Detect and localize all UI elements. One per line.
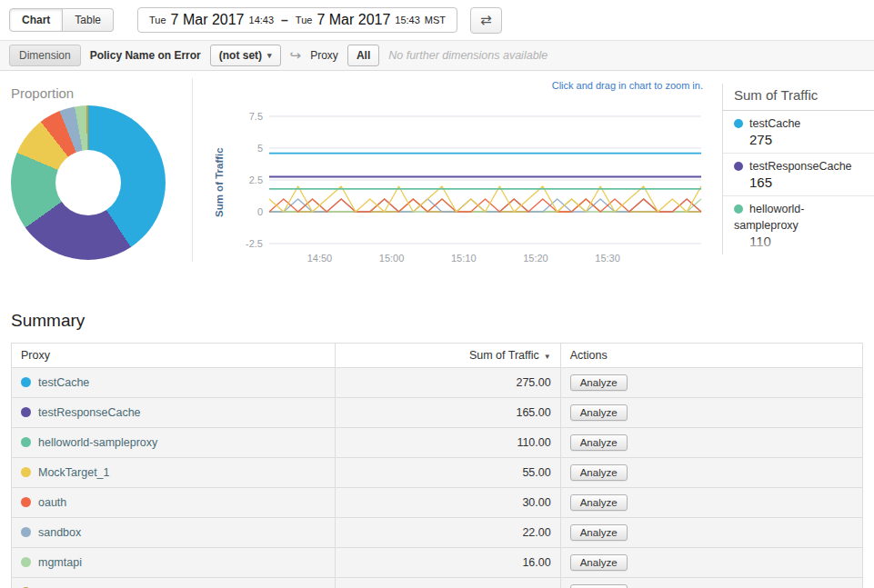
caret-down-icon: ▾ — [267, 51, 272, 60]
table-row: MockTarget_23.00Analyze — [12, 578, 863, 588]
end-date: 7 Mar 2017 — [316, 12, 390, 28]
table-row: helloworld-sampleproxy110.00Analyze — [12, 428, 863, 458]
series-line-oauth — [269, 199, 701, 212]
dimension-name: Policy Name on Error — [90, 49, 201, 62]
series-color-dot — [21, 467, 31, 477]
proxy-name: sandbox — [38, 526, 81, 539]
actions-cell: Analyze — [560, 548, 862, 578]
dimension-label: Dimension — [9, 45, 81, 66]
summary-table: Proxy Sum of Traffic▼ Actions testCache2… — [11, 343, 863, 588]
analyze-button[interactable]: Analyze — [570, 494, 628, 511]
x-tick-label: 15:30 — [595, 253, 620, 264]
analytics-dashboard: Chart Table Tue 7 Mar 2017 14:43 – Tue 7… — [0, 0, 874, 588]
analyze-button[interactable]: Analyze — [570, 554, 628, 571]
refresh-icon: ⇄ — [480, 12, 492, 27]
proxy-filter-button[interactable]: All — [347, 45, 379, 66]
chart-view-button[interactable]: Chart — [9, 8, 63, 32]
proxy-name: testResponseCache — [38, 406, 141, 419]
end-time: 15:43 — [395, 15, 420, 25]
start-time: 14:43 — [249, 15, 275, 25]
y-tick-label: 7.5 — [249, 111, 263, 122]
traffic-value-cell: 110.00 — [335, 428, 560, 458]
legend-title: Sum of Traffic — [723, 84, 874, 111]
date-range-picker[interactable]: Tue 7 Mar 2017 14:43 – Tue 7 Mar 2017 15… — [137, 7, 457, 33]
legend-series-name: testCache — [749, 117, 800, 130]
y-tick-label: 0 — [257, 206, 263, 217]
proxy-name: helloworld-sampleproxy — [38, 436, 157, 449]
analyze-button[interactable]: Analyze — [570, 464, 628, 481]
panel-divider — [192, 78, 193, 262]
traffic-value-cell: 55.00 — [335, 458, 560, 488]
analyze-button[interactable]: Analyze — [570, 374, 628, 391]
traffic-value-cell: 22.00 — [335, 518, 560, 548]
proxy-filter-value: All — [357, 49, 370, 62]
start-day: Tue — [149, 15, 166, 25]
refresh-button[interactable]: ⇄ — [470, 7, 502, 34]
series-color-dot — [734, 119, 743, 128]
dimension-selected-value: (not set) — [219, 49, 262, 62]
date-range-separator: – — [281, 13, 288, 27]
no-more-dimensions-text: No further dimensions available — [388, 49, 548, 62]
end-day: Tue — [296, 15, 313, 25]
actions-cell: Analyze — [560, 368, 862, 398]
y-axis-label: Sum of Traffic — [212, 116, 226, 248]
proxy-cell: sandbox — [12, 518, 336, 548]
traffic-value-cell: 275.00 — [335, 368, 560, 398]
traffic-value-cell: 30.00 — [335, 488, 560, 518]
proxy-cell: oauth — [12, 488, 336, 518]
proxy-cell: testCache — [12, 368, 336, 398]
proxy-dimension-label: Proxy — [310, 49, 338, 62]
x-tick-label: 15:10 — [451, 253, 477, 264]
column-header-traffic-label: Sum of Traffic — [469, 349, 539, 362]
start-date: 7 Mar 2017 — [171, 12, 245, 28]
column-header-proxy[interactable]: Proxy — [12, 344, 336, 368]
proxy-name: oauth — [38, 496, 66, 509]
proxy-name: testCache — [38, 376, 89, 389]
legend-item[interactable]: helloworld-sampleproxy110 — [723, 196, 874, 254]
proxy-cell: testResponseCache — [12, 398, 336, 428]
proxy-cell: MockTarget_2 — [12, 578, 336, 588]
summary-section: Summary Proxy Sum of Traffic▼ Actions te… — [11, 311, 863, 588]
table-view-button[interactable]: Table — [63, 8, 114, 32]
chart-section: Proportion Sum of Traffic 7.552.50-2.514… — [0, 71, 874, 289]
x-tick-label: 15:20 — [523, 253, 548, 264]
series-color-dot — [21, 437, 31, 447]
timezone-label: MST — [425, 15, 446, 25]
actions-cell: Analyze — [560, 398, 862, 428]
actions-cell: Analyze — [560, 578, 862, 588]
series-color-dot — [21, 557, 31, 567]
legend-item[interactable]: testCache275 — [723, 111, 874, 154]
proportion-donut-chart[interactable] — [11, 105, 166, 260]
legend-series-value: 275 — [749, 132, 863, 147]
legend-items: testCache275testResponseCache165hellowor… — [723, 111, 874, 254]
proxy-cell: helloworld-sampleproxy — [12, 428, 336, 458]
proxy-cell: mgmtapi — [12, 548, 336, 578]
table-row: oauth30.00Analyze — [12, 488, 863, 518]
traffic-line-chart[interactable]: 7.552.50-2.514:5015:0015:1015:2015:30 — [233, 105, 710, 278]
y-tick-label: 2.5 — [249, 174, 263, 185]
analyze-button[interactable]: Analyze — [570, 434, 628, 451]
traffic-value-cell: 16.00 — [335, 548, 560, 578]
legend-item[interactable]: testResponseCache165 — [723, 154, 874, 196]
actions-cell: Analyze — [560, 488, 862, 518]
legend-series-name: testResponseCache — [749, 160, 852, 173]
donut-hole — [55, 150, 121, 215]
proxy-name: MockTarget_1 — [38, 466, 110, 479]
column-header-traffic[interactable]: Sum of Traffic▼ — [335, 344, 560, 368]
y-tick-label: -2.5 — [246, 238, 263, 249]
traffic-value-cell: 165.00 — [335, 398, 560, 428]
table-row: sandbox22.00Analyze — [12, 518, 863, 548]
dimension-value-dropdown[interactable]: (not set) ▾ — [210, 45, 281, 66]
analyze-button[interactable]: Analyze — [570, 404, 628, 421]
dimension-bar: Dimension Policy Name on Error (not set)… — [0, 40, 874, 71]
analyze-button[interactable]: Analyze — [570, 584, 628, 588]
traffic-value-cell: 3.00 — [335, 578, 560, 588]
x-tick-label: 15:00 — [379, 253, 405, 264]
chart-legend: Sum of Traffic testCache275testResponseC… — [722, 84, 874, 254]
view-toggle: Chart Table — [9, 8, 114, 32]
series-color-dot — [734, 162, 743, 171]
summary-title: Summary — [11, 311, 863, 331]
legend-series-name: helloworld-sampleproxy — [734, 203, 804, 232]
analyze-button[interactable]: Analyze — [570, 524, 628, 541]
table-row: MockTarget_155.00Analyze — [12, 458, 863, 488]
